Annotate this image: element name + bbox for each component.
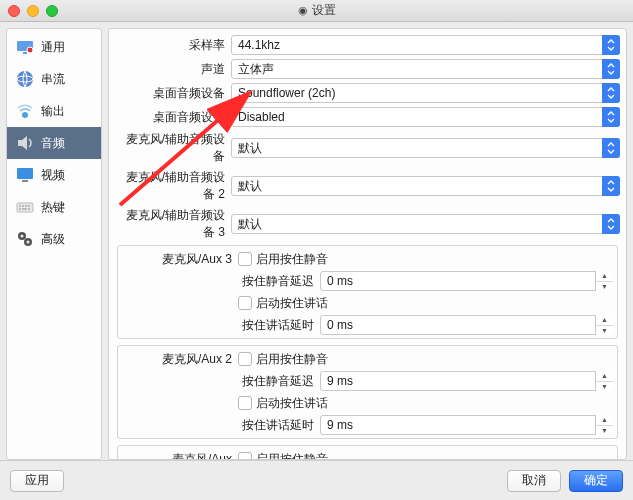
sidebar-item-label: 视频 — [41, 167, 65, 184]
row-desktop-audio-1: 桌面音频设备 Soundflower (2ch) — [115, 83, 620, 103]
checkbox-label: 启用按住静音 — [256, 451, 328, 461]
row-sample-rate: 采样率 44.1khz — [115, 35, 620, 55]
sidebar-item-label: 音频 — [41, 135, 65, 152]
svg-rect-13 — [19, 208, 21, 210]
svg-rect-7 — [22, 180, 28, 182]
sidebar: 通用 串流 输出 音频 — [6, 28, 102, 460]
select-mic-aux-1[interactable]: 默认 — [231, 138, 620, 158]
chevron-updown-icon[interactable] — [602, 107, 620, 127]
stepper[interactable]: ▲▼ — [595, 415, 613, 435]
checkbox-push-mute[interactable] — [238, 252, 252, 266]
button-label: 确定 — [584, 472, 608, 489]
svg-rect-6 — [17, 168, 33, 179]
sidebar-item-stream[interactable]: 串流 — [7, 63, 101, 95]
output-icon — [15, 101, 35, 121]
button-label: 取消 — [522, 472, 546, 489]
checkbox-push-mute[interactable] — [238, 452, 252, 460]
svg-rect-12 — [28, 205, 30, 207]
sidebar-item-advanced[interactable]: 高级 — [7, 223, 101, 255]
svg-rect-15 — [28, 208, 30, 210]
row-mic-aux-2: 麦克风/辅助音频设备 2 默认 — [115, 169, 620, 203]
sidebar-item-general[interactable]: 通用 — [7, 31, 101, 63]
svg-point-2 — [27, 47, 33, 53]
label-desktop-audio-1: 桌面音频设备 — [115, 85, 231, 102]
label-talk-delay: 按住讲话延时 — [238, 317, 320, 334]
label-mic-aux-2: 麦克风/辅助音频设备 2 — [115, 169, 231, 203]
select-sample-rate[interactable]: 44.1khz — [231, 35, 620, 55]
sidebar-item-video[interactable]: 视频 — [7, 159, 101, 191]
input-mute-delay[interactable]: 0 ms — [320, 271, 613, 291]
checkbox-push-talk[interactable] — [238, 396, 252, 410]
select-desktop-audio-1[interactable]: Soundflower (2ch) — [231, 83, 620, 103]
sidebar-item-hotkeys[interactable]: 热键 — [7, 191, 101, 223]
label-sample-rate: 采样率 — [115, 37, 231, 54]
svg-point-3 — [17, 71, 33, 87]
row-mic-aux-1: 麦克风/辅助音频设备 默认 — [115, 131, 620, 165]
group-title: 麦克风/Aux 2 — [122, 348, 238, 368]
svg-rect-14 — [22, 208, 27, 210]
group-mic-aux-2: 麦克风/Aux 2 启用按住静音 按住静音延迟9 ms▲▼ 启动按住讲话 按住讲… — [117, 345, 618, 439]
settings-window: ◉ 设置 通用 串流 输出 — [0, 0, 633, 500]
gear-icon: ◉ — [298, 4, 308, 17]
row-desktop-audio-2: 桌面音频设备 Disabled — [115, 107, 620, 127]
sidebar-item-audio[interactable]: 音频 — [7, 127, 101, 159]
hotkeys-icon — [15, 197, 35, 217]
content-panel: 采样率 44.1khz 声道 立体声 桌面音频设备 S — [108, 28, 627, 460]
sidebar-item-label: 热键 — [41, 199, 65, 216]
select-mic-aux-3[interactable]: 默认 — [231, 214, 620, 234]
sidebar-item-label: 输出 — [41, 103, 65, 120]
cancel-button[interactable]: 取消 — [507, 470, 561, 492]
input-mute-delay[interactable]: 9 ms — [320, 371, 613, 391]
window-title-text: 设置 — [312, 2, 336, 19]
checkbox-label: 启用按住静音 — [256, 251, 328, 268]
svg-rect-8 — [17, 203, 33, 212]
chevron-updown-icon[interactable] — [602, 214, 620, 234]
row-mic-aux-3: 麦克风/辅助音频设备 3 默认 — [115, 207, 620, 241]
label-mic-aux-3: 麦克风/辅助音频设备 3 — [115, 207, 231, 241]
button-label: 应用 — [25, 472, 49, 489]
group-mic-aux: 麦克风/Aux 启用按住静音 按住静音延迟0 ms▲▼ 启动按住讲话 按住讲话延… — [117, 445, 618, 460]
svg-rect-11 — [25, 205, 27, 207]
chevron-updown-icon[interactable] — [602, 83, 620, 103]
audio-icon — [15, 133, 35, 153]
stepper[interactable]: ▲▼ — [595, 315, 613, 335]
checkbox-push-mute[interactable] — [238, 352, 252, 366]
chevron-updown-icon[interactable] — [602, 35, 620, 55]
apply-button[interactable]: 应用 — [10, 470, 64, 492]
general-icon — [15, 37, 35, 57]
chevron-updown-icon[interactable] — [602, 138, 620, 158]
checkbox-label: 启动按住讲话 — [256, 395, 328, 412]
group-title: 麦克风/Aux — [122, 448, 238, 460]
input-talk-delay[interactable]: 0 ms — [320, 315, 613, 335]
select-channels[interactable]: 立体声 — [231, 59, 620, 79]
svg-point-5 — [22, 112, 28, 118]
row-channels: 声道 立体声 — [115, 59, 620, 79]
sidebar-item-output[interactable]: 输出 — [7, 95, 101, 127]
sidebar-item-label: 串流 — [41, 71, 65, 88]
svg-point-19 — [27, 241, 30, 244]
checkbox-push-talk[interactable] — [238, 296, 252, 310]
titlebar: ◉ 设置 — [0, 0, 633, 22]
group-title: 麦克风/Aux 3 — [122, 248, 238, 268]
stepper[interactable]: ▲▼ — [595, 371, 613, 391]
select-mic-aux-2[interactable]: 默认 — [231, 176, 620, 196]
ok-button[interactable]: 确定 — [569, 470, 623, 492]
stepper[interactable]: ▲▼ — [595, 271, 613, 291]
checkbox-label: 启用按住静音 — [256, 351, 328, 368]
sidebar-item-label: 高级 — [41, 231, 65, 248]
sidebar-item-label: 通用 — [41, 39, 65, 56]
label-mute-delay: 按住静音延迟 — [238, 373, 320, 390]
chevron-updown-icon[interactable] — [602, 176, 620, 196]
svg-rect-9 — [19, 205, 21, 207]
svg-point-17 — [21, 235, 24, 238]
svg-rect-10 — [22, 205, 24, 207]
chevron-updown-icon[interactable] — [602, 59, 620, 79]
video-icon — [15, 165, 35, 185]
checkbox-label: 启动按住讲话 — [256, 295, 328, 312]
input-talk-delay[interactable]: 9 ms — [320, 415, 613, 435]
label-desktop-audio-2: 桌面音频设备 — [115, 109, 231, 126]
select-desktop-audio-2[interactable]: Disabled — [231, 107, 620, 127]
label-talk-delay: 按住讲话延时 — [238, 417, 320, 434]
label-mute-delay: 按住静音延迟 — [238, 273, 320, 290]
stream-icon — [15, 69, 35, 89]
